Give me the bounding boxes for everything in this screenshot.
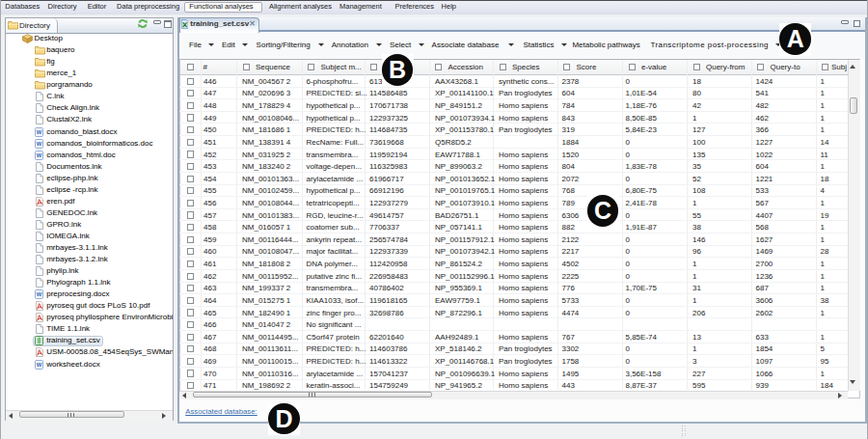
svg-text:W: W — [37, 141, 42, 147]
svg-text:W: W — [37, 152, 42, 158]
svg-text:W: W — [37, 129, 42, 135]
svg-text:W: W — [37, 291, 42, 297]
svg-text:W: W — [37, 362, 42, 368]
